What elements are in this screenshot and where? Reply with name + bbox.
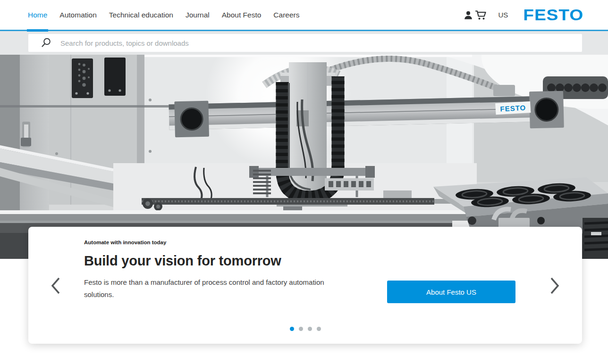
header-actions: US FESTO — [462, 0, 583, 30]
carousel-dot-3[interactable] — [308, 327, 312, 331]
slide-title: Build your vision for tomorrow — [84, 253, 367, 269]
chevron-right-icon — [549, 276, 561, 295]
hero-card: Automate with innovation today Build you… — [28, 227, 582, 344]
search-box[interactable] — [28, 34, 582, 52]
cart-icon[interactable] — [474, 9, 487, 21]
photo-festo-label: FESTO — [500, 103, 526, 113]
search-icon — [41, 37, 52, 49]
main-nav: Home Automation Technical education Jour… — [28, 0, 300, 30]
carousel-next-button[interactable] — [546, 276, 563, 295]
carousel-dots — [28, 327, 582, 331]
carousel-dot-1[interactable] — [290, 327, 294, 331]
hero-section: FESTO — [0, 55, 608, 259]
carousel-dot-4[interactable] — [317, 327, 321, 331]
slide-eyebrow: Automate with innovation today — [84, 240, 367, 245]
search-input[interactable] — [60, 34, 582, 52]
slide-content: Automate with innovation today Build you… — [84, 240, 367, 301]
nav-item-journal[interactable]: Journal — [186, 0, 210, 30]
country-selector[interactable]: US — [498, 11, 508, 19]
nav-item-automation[interactable]: Automation — [59, 0, 96, 30]
nav-item-technical-education[interactable]: Technical education — [109, 0, 173, 30]
user-icon[interactable] — [462, 9, 474, 21]
chevron-left-icon — [50, 276, 62, 295]
header: Home Automation Technical education Jour… — [0, 0, 608, 31]
festo-logo[interactable]: FESTO — [523, 7, 583, 23]
carousel-dot-2[interactable] — [299, 327, 303, 331]
slide-description: Festo is more than a manufacturer of pro… — [84, 276, 355, 301]
carousel-prev-button[interactable] — [47, 276, 64, 295]
nav-item-about-festo[interactable]: About Festo — [222, 0, 262, 30]
nav-item-home[interactable]: Home — [28, 0, 47, 30]
nav-item-careers[interactable]: Careers — [273, 0, 299, 30]
search-band — [0, 31, 608, 55]
about-festo-us-button[interactable]: About Festo US — [387, 281, 515, 303]
